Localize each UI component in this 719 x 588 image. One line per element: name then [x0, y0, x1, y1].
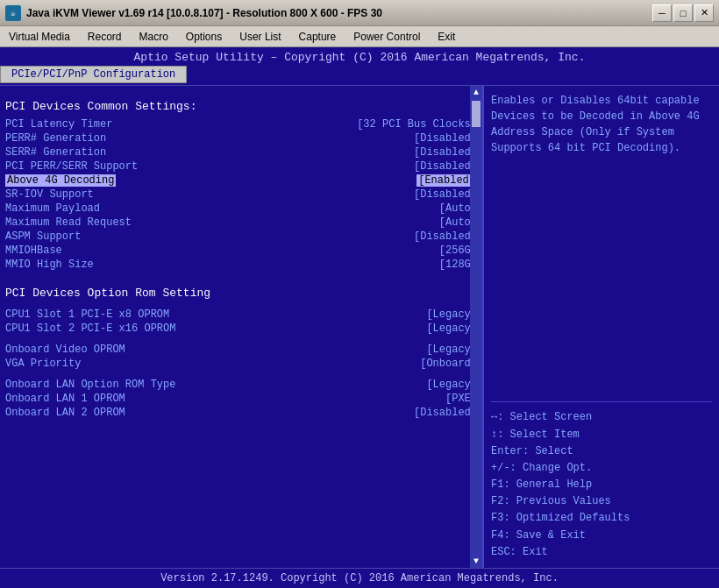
- nav-enter-select: Enter: Select: [491, 443, 712, 460]
- config-value: [Disabled]: [414, 188, 477, 201]
- config-label: Onboard LAN 2 OPROM: [5, 407, 125, 419]
- table-row: VGA Priority [Onboard]: [5, 358, 477, 370]
- nav-f1-help: F1: General Help: [491, 477, 712, 493]
- table-row: SR-IOV Support [Disabled]: [5, 188, 477, 201]
- table-row: Onboard LAN 1 OPROM [PXE]: [5, 393, 477, 405]
- nav-help: ↔: Select Screen ↕: Select Item Enter: S…: [491, 401, 712, 561]
- menu-macro[interactable]: Macro: [131, 29, 177, 45]
- config-label: Onboard LAN Option ROM Type: [5, 379, 175, 391]
- nav-change-opt: +/-: Change Opt.: [491, 460, 712, 477]
- scroll-down-button[interactable]: ▼: [470, 555, 482, 568]
- scroll-thumb[interactable]: [472, 101, 481, 127]
- title-bar: ☕ Java iKVM Viewer v1.69 r14 [10.0.8.107…: [0, 0, 719, 26]
- right-panel: Enables or Disables 64bit capable Device…: [482, 86, 719, 568]
- window-title: Java iKVM Viewer v1.69 r14 [10.0.8.107] …: [26, 7, 652, 19]
- content-area: PCI Devices Common Settings: PCI Latency…: [0, 86, 719, 568]
- nav-f4-save: F4: Save & Exit: [491, 528, 712, 544]
- config-label: CPU1 Slot 2 PCI-E x16 OPROM: [5, 322, 175, 335]
- table-row: Maximum Payload [Auto]: [5, 202, 477, 215]
- config-value-highlighted: [Enabled]: [416, 174, 477, 187]
- nav-select-item: ↕: Select Item: [491, 427, 712, 443]
- table-row: PERR# Generation [Disabled]: [5, 132, 477, 145]
- menu-user-list[interactable]: User List: [231, 29, 289, 45]
- config-label: SERR# Generation: [5, 146, 106, 159]
- footer-text: Version 2.17.1249. Copyright (C) 2016 Am…: [160, 572, 559, 584]
- config-label: Onboard Video OPROM: [5, 344, 125, 356]
- config-label: PCI Latency Timer: [5, 118, 112, 131]
- app-icon: ☕: [5, 5, 21, 21]
- config-label: MMIO High Size: [5, 259, 94, 271]
- table-row: SERR# Generation [Disabled]: [5, 146, 477, 159]
- nav-f2-prev: F2: Previous Values: [491, 493, 712, 510]
- nav-select-screen: ↔: Select Screen: [491, 409, 712, 426]
- config-label: CPU1 Slot 1 PCI-E x8 OPROM: [5, 308, 169, 321]
- main-content: Aptio Setup Utility – Copyright (C) 2016…: [0, 47, 719, 588]
- table-row: Onboard Video OPROM [Legacy]: [5, 344, 477, 356]
- aptio-title: Aptio Setup Utility – Copyright (C) 2016…: [0, 51, 719, 64]
- config-label: MMIOHBase: [5, 244, 62, 257]
- menu-power-control[interactable]: Power Control: [345, 29, 429, 45]
- menu-bar: Virtual Media Record Macro Options User …: [0, 26, 719, 47]
- menu-record[interactable]: Record: [79, 29, 131, 45]
- table-row: PCI PERR/SERR Support [Disabled]: [5, 160, 477, 173]
- config-value: [32 PCI Bus Clocks]: [357, 118, 477, 131]
- config-value: [Onboard]: [420, 358, 477, 370]
- table-row: Onboard LAN Option ROM Type [Legacy]: [5, 379, 477, 391]
- config-label: Onboard LAN 1 OPROM: [5, 393, 125, 405]
- footer: Version 2.17.1249. Copyright (C) 2016 Am…: [0, 568, 719, 588]
- section1-title: PCI Devices Common Settings:: [5, 100, 477, 113]
- table-row: CPU1 Slot 2 PCI-E x16 OPROM [Legacy]: [5, 322, 477, 335]
- window-controls[interactable]: ─ □ ✕: [652, 4, 714, 22]
- config-label: PCI PERR/SERR Support: [5, 160, 138, 173]
- config-value: [Disabled]: [414, 160, 477, 173]
- config-label-highlighted: Above 4G Decoding: [5, 174, 116, 187]
- close-button[interactable]: ✕: [694, 4, 714, 22]
- maximize-button[interactable]: □: [673, 4, 693, 22]
- menu-capture[interactable]: Capture: [290, 29, 345, 45]
- section2-title: PCI Devices Option Rom Setting: [5, 287, 477, 300]
- config-value: [Disabled]: [414, 132, 477, 145]
- table-row-highlighted[interactable]: Above 4G Decoding [Enabled]: [5, 174, 477, 187]
- table-row: Onboard LAN 2 OPROM [Disabled]: [5, 407, 477, 419]
- minimize-button[interactable]: ─: [652, 4, 672, 22]
- menu-virtual-media[interactable]: Virtual Media: [0, 29, 79, 45]
- config-value: [Disabled]: [414, 230, 477, 243]
- config-label: Maximum Payload: [5, 202, 100, 215]
- help-text: Enables or Disables 64bit capable Device…: [491, 93, 712, 394]
- config-value: [Disabled]: [414, 146, 477, 159]
- config-label: SR-IOV Support: [5, 188, 94, 201]
- menu-exit[interactable]: Exit: [429, 29, 464, 45]
- table-row: Maximum Read Request [Auto]: [5, 216, 477, 229]
- config-label: Maximum Read Request: [5, 216, 132, 229]
- config-label: PERR# Generation: [5, 132, 106, 145]
- nav-esc-exit: ESC: Exit: [491, 544, 712, 561]
- scroll-up-button[interactable]: ▲: [472, 86, 481, 99]
- config-value: [Disabled]: [414, 407, 477, 419]
- table-row: MMIO High Size [128G]: [5, 259, 477, 271]
- tab-bar: PCIe/PCI/PnP Configuration: [0, 66, 719, 83]
- table-row: ASPM Support [Disabled]: [5, 230, 477, 243]
- menu-options[interactable]: Options: [177, 29, 231, 45]
- table-row: PCI Latency Timer [32 PCI Bus Clocks]: [5, 118, 477, 131]
- bios-header: Aptio Setup Utility – Copyright (C) 2016…: [0, 47, 719, 86]
- table-row: CPU1 Slot 1 PCI-E x8 OPROM [Legacy]: [5, 308, 477, 321]
- config-label: ASPM Support: [5, 230, 81, 243]
- table-row: MMIOHBase [256G]: [5, 244, 477, 257]
- config-label: VGA Priority: [5, 358, 81, 370]
- left-panel: PCI Devices Common Settings: PCI Latency…: [0, 86, 482, 568]
- pcie-tab[interactable]: PCIe/PCI/PnP Configuration: [0, 66, 187, 83]
- nav-f3-defaults: F3: Optimized Defaults: [491, 510, 712, 527]
